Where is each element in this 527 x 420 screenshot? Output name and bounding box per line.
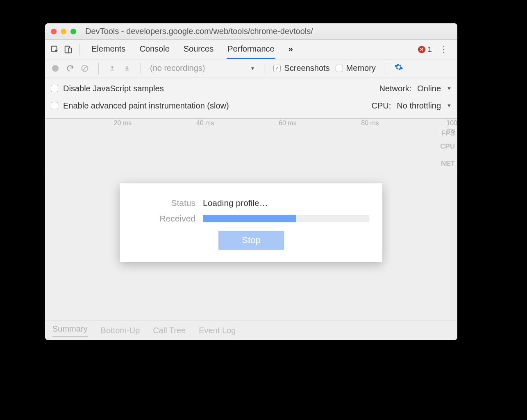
lane-net: NET [441, 160, 455, 168]
panel-tabs-toolbar: Elements Console Sources Performance » ✕… [45, 40, 457, 59]
download-profile-icon[interactable] [123, 64, 132, 73]
divider [264, 63, 264, 74]
more-menu-icon[interactable]: ⋮ [435, 44, 452, 55]
cpu-value: No throttling [397, 101, 441, 111]
close-icon[interactable] [51, 29, 57, 34]
memory-checkbox[interactable]: Memory [336, 63, 376, 73]
received-label: Received [133, 214, 203, 224]
enable-paint-instrumentation-label[interactable]: Enable advanced paint instrumentation (s… [63, 101, 229, 111]
lane-fps: FPS [441, 129, 455, 138]
tabs-overflow-icon[interactable]: » [288, 40, 294, 59]
chevron-down-icon[interactable]: ▼ [250, 65, 255, 71]
titlebar: DevTools - developers.google.com/web/too… [45, 23, 457, 40]
window-title: DevTools - developers.google.com/web/too… [85, 27, 313, 36]
status-label: Status [133, 198, 203, 208]
zoom-icon[interactable] [70, 29, 76, 34]
divider [98, 63, 99, 74]
error-icon: ✕ [418, 46, 425, 53]
checkbox-icon[interactable] [51, 102, 58, 109]
ruler-tick: 60 ms [279, 120, 297, 127]
ruler-tick: 80 ms [361, 120, 379, 127]
reload-icon[interactable] [66, 64, 75, 73]
loading-profile-dialog: Status Loading profile… Received Stop [120, 183, 382, 262]
traffic-lights [51, 29, 76, 34]
flame-chart-area: Status Loading profile… Received Stop [45, 171, 457, 323]
clear-icon[interactable] [80, 64, 89, 73]
network-throttling-select[interactable]: Online ▼ [417, 84, 452, 93]
panel-tabs: Elements Console Sources Performance » [91, 40, 294, 59]
status-value: Loading profile… [203, 198, 268, 208]
network-value: Online [417, 84, 441, 93]
upload-profile-icon[interactable] [108, 64, 117, 73]
details-tabs: Summary Bottom-Up Call Tree Event Log [45, 321, 457, 340]
divider [385, 63, 385, 74]
timeline-overview[interactable]: 20 ms 40 ms 60 ms 80 ms 100 ms FPS CPU N… [45, 119, 457, 171]
chevron-down-icon: ▼ [447, 103, 452, 108]
svg-rect-5 [110, 70, 115, 71]
error-count: 1 [427, 45, 432, 54]
divider [80, 44, 80, 55]
lane-cpu: CPU [440, 142, 455, 151]
device-toolbar-icon[interactable] [63, 45, 73, 54]
network-label: Network: [379, 84, 411, 93]
record-icon[interactable] [51, 64, 60, 73]
recording-toolbar: (no recordings) ▼ Screenshots Memory [45, 59, 457, 77]
checkbox-icon [273, 65, 281, 72]
ruler-tick: 20 ms [114, 120, 132, 127]
tab-sources[interactable]: Sources [183, 40, 214, 59]
memory-label: Memory [346, 63, 376, 73]
btab-event-log[interactable]: Event Log [199, 326, 236, 335]
checkbox-icon[interactable] [51, 85, 58, 92]
cpu-label: CPU: [371, 101, 391, 111]
minimize-icon[interactable] [61, 29, 66, 34]
settings-gear-icon[interactable] [394, 63, 403, 74]
tab-performance[interactable]: Performance [227, 40, 275, 59]
disable-js-samples-label[interactable]: Disable JavaScript samples [63, 84, 164, 93]
inspect-element-icon[interactable] [50, 45, 60, 54]
btab-summary[interactable]: Summary [52, 324, 88, 337]
svg-rect-2 [68, 48, 71, 53]
progress-bar [203, 215, 369, 222]
screenshots-checkbox[interactable]: Screenshots [273, 63, 329, 73]
tab-elements[interactable]: Elements [91, 40, 126, 59]
error-indicator[interactable]: ✕ 1 [418, 45, 432, 54]
btab-call-tree[interactable]: Call Tree [153, 326, 186, 335]
devtools-window: DevTools - developers.google.com/web/too… [45, 23, 457, 340]
chevron-down-icon: ▼ [447, 86, 452, 91]
capture-settings: Disable JavaScript samples Network: Onli… [45, 77, 457, 119]
recordings-dropdown[interactable]: (no recordings) [150, 63, 205, 73]
btab-bottom-up[interactable]: Bottom-Up [101, 326, 140, 335]
stop-button[interactable]: Stop [218, 231, 284, 250]
svg-rect-6 [125, 70, 129, 71]
progress-fill [203, 215, 296, 222]
cpu-throttling-select[interactable]: No throttling ▼ [397, 101, 452, 111]
svg-point-3 [52, 65, 59, 72]
screenshots-label: Screenshots [284, 63, 329, 73]
tab-console[interactable]: Console [139, 40, 170, 59]
divider [141, 63, 141, 74]
checkbox-icon [336, 65, 343, 72]
ruler-tick: 40 ms [196, 120, 214, 127]
